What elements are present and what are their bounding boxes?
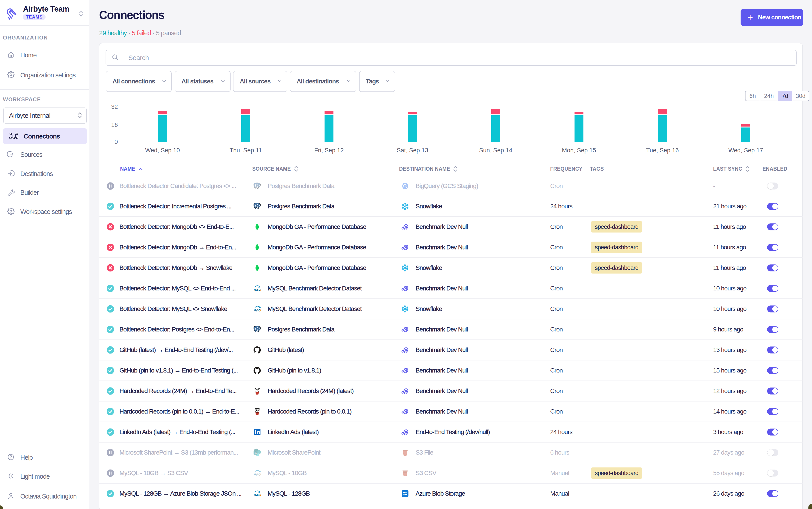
svg-text:16: 16 [111, 122, 118, 128]
svg-text:Fri, Sep 12: Fri, Sep 12 [314, 147, 344, 154]
svg-text:Wed, Sep 10: Wed, Sep 10 [145, 147, 180, 154]
svg-text:Sat, Sep 13: Sat, Sep 13 [397, 147, 428, 154]
svg-text:MySQL: MySQL [254, 309, 261, 312]
svg-text:Sun, Sep 14: Sun, Sep 14 [479, 147, 513, 154]
svg-text:S: S [255, 451, 257, 454]
svg-text:MySQL: MySQL [254, 494, 261, 496]
svg-text:MySQL: MySQL [254, 473, 261, 476]
svg-text:Thu, Sep 11: Thu, Sep 11 [229, 147, 262, 154]
svg-text:MySQL: MySQL [254, 289, 261, 291]
svg-text:Wed, Sep 17: Wed, Sep 17 [728, 147, 763, 154]
svg-text:Mon, Sep 15: Mon, Sep 15 [562, 147, 596, 154]
svg-text:Tue, Sep 16: Tue, Sep 16 [646, 147, 679, 154]
svg-text:32: 32 [111, 103, 118, 110]
svg-text:0: 0 [115, 138, 118, 145]
